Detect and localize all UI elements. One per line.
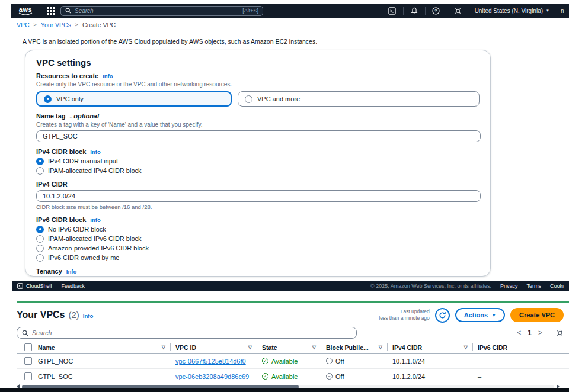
feedback-link[interactable]: Feedback: [62, 283, 85, 289]
resources-description: Create only the VPC resource or the VPC …: [36, 81, 480, 88]
pagination: < 1 >: [517, 329, 564, 337]
ipv4-cidr-block-field: IPv4 CIDR block Info IPv4 CIDR manual in…: [36, 148, 480, 175]
privacy-link[interactable]: Privacy: [500, 283, 518, 289]
topbar-divider: [403, 7, 404, 15]
radio-owned-ipv6[interactable]: IPv6 CIDR owned by me: [36, 253, 480, 262]
aws-logo[interactable]: aws: [18, 7, 33, 15]
global-search-input[interactable]: [75, 8, 239, 14]
notifications-bell-icon[interactable]: [409, 5, 420, 16]
terms-link[interactable]: Terms: [526, 283, 541, 289]
name-tag-label: Name tag: [36, 113, 66, 120]
column-header-state: State: [262, 344, 277, 351]
column-header-ipv4-cidr: IPv4 CIDR: [392, 344, 422, 351]
radio-amazon-ipv6[interactable]: Amazon-provided IPv6 CIDR block: [36, 244, 480, 252]
info-link[interactable]: Info: [83, 313, 93, 319]
ipv4-block-label: IPv4 CIDR block: [36, 148, 86, 156]
tile-vpc-and-more[interactable]: VPC and more: [238, 91, 480, 107]
filter-icon[interactable]: ▽: [248, 345, 252, 350]
region-selector[interactable]: United States (N. Virginia) ▼: [475, 8, 549, 14]
topbar-divider: [447, 7, 447, 15]
services-grid-icon[interactable]: [45, 5, 56, 16]
table-header-row: Name▽ VPC ID▽ State▽ Block Public...▽ IP…: [17, 342, 569, 354]
row-checkbox[interactable]: [24, 357, 32, 365]
vpc-id-link[interactable]: vpc-06eb3208a49d86c69: [175, 373, 249, 380]
radio-label: Amazon-provided IPv6 CIDR block: [48, 245, 149, 252]
search-icon: [65, 8, 71, 14]
row-checkbox[interactable]: [24, 372, 32, 380]
tile-vpc-only[interactable]: VPC only: [36, 91, 232, 107]
aws-smile-icon: [18, 12, 33, 15]
radio-unselected-icon: [36, 235, 44, 243]
info-link[interactable]: Info: [90, 148, 100, 156]
create-vpc-button[interactable]: Create VPC: [510, 308, 564, 322]
radio-label: IPAM-allocated IPv4 CIDR block: [48, 167, 142, 174]
filter-icon[interactable]: ▽: [379, 345, 382, 350]
settings-gear-icon[interactable]: [453, 5, 463, 16]
header-divider: [12, 33, 569, 33]
console-footer-bar: CloudShell Feedback © 2025, Amazon Web S…: [12, 281, 569, 291]
info-link[interactable]: Info: [66, 268, 76, 275]
filter-icon[interactable]: ▽: [162, 345, 165, 350]
table-preferences-gear-icon[interactable]: [556, 329, 564, 337]
state-value: Available: [271, 373, 298, 380]
radio-ipam-ipv4[interactable]: IPAM-allocated IPv4 CIDR block: [36, 166, 480, 175]
radio-selected-icon: [36, 158, 44, 165]
account-menu[interactable]: n: [561, 8, 564, 14]
topbar-divider: [469, 7, 469, 15]
section-top-border: [17, 301, 569, 303]
info-link[interactable]: Info: [103, 72, 113, 80]
next-page-button[interactable]: >: [538, 329, 542, 337]
filter-icon[interactable]: ▽: [464, 345, 468, 350]
help-icon[interactable]: ?: [431, 5, 442, 16]
breadcrumb-vpc-link[interactable]: VPC: [17, 21, 30, 28]
filter-icon[interactable]: ▽: [312, 345, 316, 350]
ipv6-cidr-block-field: IPv6 CIDR block Info No IPv6 CIDR block …: [36, 216, 480, 262]
select-all-checkbox[interactable]: [24, 343, 32, 351]
cloudshell-icon[interactable]: [387, 5, 398, 16]
refresh-button[interactable]: [435, 308, 450, 323]
status-off-icon: −: [326, 373, 333, 380]
column-header-vpc-id: VPC ID: [175, 344, 196, 351]
aws-logo-text: aws: [19, 7, 32, 12]
global-search[interactable]: [Alt+S]: [60, 6, 263, 16]
breadcrumb-your-vpcs-link[interactable]: Your VPCs: [41, 21, 71, 28]
cloudshell-label: CloudShell: [26, 283, 52, 289]
previous-page-button[interactable]: <: [517, 329, 521, 337]
topbar-divider: [555, 7, 555, 15]
info-link[interactable]: Info: [90, 216, 100, 224]
block-public-value: Off: [335, 373, 344, 380]
ipv6-cidr-value: –: [478, 358, 481, 365]
table-search[interactable]: [17, 327, 357, 339]
radio-label: No IPv6 CIDR block: [48, 226, 106, 233]
cloudshell-button[interactable]: CloudShell: [17, 283, 52, 289]
cookie-preferences-link[interactable]: Cooki: [550, 283, 564, 289]
column-header-block-public: Block Public...: [326, 344, 369, 351]
status-off-icon: −: [326, 358, 333, 364]
status-check-icon: ✓: [262, 358, 268, 364]
actions-button[interactable]: Actions ▼: [455, 308, 505, 322]
vpc-name: GTPL_NOC: [38, 358, 73, 365]
radio-ipv4-manual-input[interactable]: IPv4 CIDR manual input: [36, 157, 480, 165]
radio-no-ipv6[interactable]: No IPv6 CIDR block: [36, 225, 480, 233]
radio-unselected-icon: [36, 167, 44, 175]
vpc-id-link[interactable]: vpc-0667f5125e814d6f0: [175, 358, 246, 365]
resources-label: Resources to create: [36, 72, 98, 80]
page-number[interactable]: 1: [528, 329, 532, 337]
ipv6-block-label: IPv6 CIDR block: [36, 216, 86, 224]
chevron-down-icon: ▼: [546, 9, 549, 12]
list-title: Your VPCs: [17, 310, 65, 320]
ipv4-cidr-input[interactable]: [36, 190, 481, 202]
radio-label: IPAM-allocated IPv6 CIDR block: [48, 235, 142, 242]
tenancy-field: Tenancy Info Default ▼: [36, 268, 480, 277]
region-label: United States (N. Virginia): [475, 8, 543, 14]
table-search-input[interactable]: [32, 329, 351, 336]
chevron-down-icon: ▼: [491, 313, 496, 318]
table-row: GTPL_SOC vpc-06eb3208a49d86c69 ✓Availabl…: [17, 369, 569, 384]
copyright-text: © 2025, Amazon Web Services, Inc. or its…: [370, 283, 491, 289]
vpc-list-toolbar: < 1 >: [17, 326, 564, 339]
radio-ipam-ipv6[interactable]: IPAM-allocated IPv6 CIDR block: [36, 234, 480, 243]
list-count-badge: (2): [69, 310, 79, 320]
window-bottom-edge: [0, 388, 569, 392]
radio-selected-icon: [36, 226, 44, 233]
name-tag-input[interactable]: [36, 130, 481, 142]
